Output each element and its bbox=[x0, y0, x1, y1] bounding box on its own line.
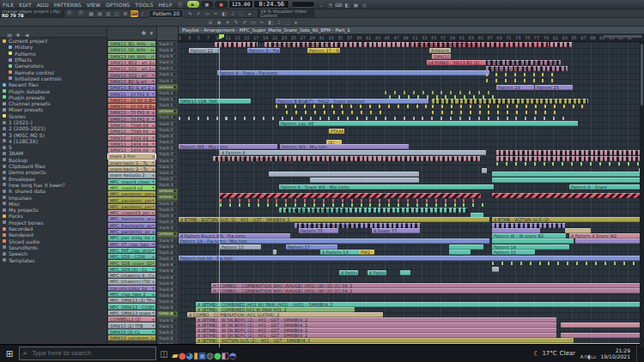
master-pitch-knob[interactable] bbox=[67, 10, 73, 16]
track-row[interactable]: Track 19 bbox=[157, 115, 178, 121]
pattern-chip[interactable]: MPC_SMW13 snare 4 ≡ bbox=[108, 311, 155, 316]
pattern-chip[interactable]: MPC_SD8 (4) - CL ≡ bbox=[108, 267, 155, 272]
clip[interactable] bbox=[486, 79, 559, 82]
track-row[interactable]: Track 8 bbox=[157, 47, 178, 53]
pattern-chip[interactable]: SMW13 - 2404 A4 ≡ bbox=[108, 148, 155, 153]
browser-item[interactable]: Sliced audio bbox=[3, 238, 106, 244]
clip[interactable] bbox=[400, 270, 410, 275]
track-arm-icon[interactable] bbox=[173, 257, 176, 260]
playlist-title[interactable]: Playlist - Arrangement - MPC_Super_Mario… bbox=[179, 27, 644, 34]
track-arm-icon[interactable] bbox=[173, 337, 176, 340]
menu-help[interactable]: HELP bbox=[156, 2, 175, 8]
pattern-chip[interactable]: SMW13_BD_WAV - art ≡ bbox=[108, 41, 155, 46]
clip[interactable] bbox=[561, 333, 644, 338]
zoom-icon[interactable]: ◌ bbox=[238, 10, 246, 17]
track-row[interactable]: Track 28 bbox=[157, 170, 178, 176]
browser-item[interactable]: My projects bbox=[3, 207, 106, 213]
track-arm-icon[interactable] bbox=[173, 220, 176, 223]
record-button[interactable]: ● bbox=[215, 1, 227, 8]
track-arm-icon[interactable] bbox=[173, 325, 176, 328]
track-arm-icon[interactable] bbox=[173, 208, 176, 211]
track-row[interactable]: Track 52 bbox=[157, 317, 178, 323]
clip[interactable] bbox=[550, 42, 573, 47]
track-row[interactable]: Track 43 bbox=[157, 262, 178, 268]
clip[interactable]: Pattern 9 - Pia-toms bbox=[247, 48, 280, 53]
clip[interactable]: 4 Pattern 13 bbox=[339, 270, 358, 275]
pattern-chip[interactable]: MPC_pandemic_per ≡ bbox=[108, 191, 155, 196]
paint-icon[interactable]: ◧ bbox=[222, 351, 229, 360]
track-arm-icon[interactable] bbox=[173, 135, 176, 137]
clip[interactable]: Pattern 24 bbox=[496, 85, 534, 90]
pattern-chip[interactable]: SMW13 - 70 FA1 4 ≡ bbox=[108, 110, 155, 115]
clip[interactable] bbox=[364, 42, 410, 47]
clip[interactable] bbox=[220, 203, 484, 207]
track-arm-icon[interactable] bbox=[173, 319, 176, 322]
browser-item[interactable]: Initialized controls bbox=[9, 75, 106, 81]
pattern-chip[interactable]: SMW13_SD2 - art ≡ bbox=[108, 72, 155, 77]
menu-patterns[interactable]: PATTERNS bbox=[52, 2, 84, 8]
track-arm-icon[interactable] bbox=[173, 129, 176, 131]
clip[interactable] bbox=[492, 172, 644, 177]
clip[interactable]: A (COMBO) - COMBINATION WAV (AHUGE) (A01… bbox=[211, 288, 644, 293]
clip[interactable] bbox=[492, 262, 644, 265]
track-row[interactable]: Track 33 bbox=[157, 201, 178, 207]
browser-item[interactable]: 3BAM bbox=[3, 150, 106, 156]
play-button[interactable]: ▶ bbox=[187, 1, 199, 8]
pattern-chip[interactable]: MPC_ST_clap_fake ≡ bbox=[108, 242, 155, 247]
clip[interactable]: Pattern 25 bbox=[535, 85, 573, 90]
pattern-selector[interactable]: Pattern 20 bbox=[149, 9, 184, 18]
playhead-line[interactable] bbox=[219, 42, 220, 347]
pattern-chip[interactable]: SMW13 - 10 FA1 4 ≡ bbox=[108, 91, 155, 96]
delete-icon[interactable]: ▭ bbox=[204, 10, 211, 17]
track-row[interactable]: Track 11 bbox=[157, 66, 178, 72]
clip[interactable]: SMW13 V2B_SN6 bbox=[179, 99, 251, 104]
pattern-chip[interactable]: mw-jete kikky_ba ≡ bbox=[108, 286, 155, 291]
track-arm-icon[interactable] bbox=[173, 288, 176, 291]
pattern-chip[interactable]: MPC (shakers) 4 - C ≡ bbox=[108, 273, 155, 278]
track-arm-icon[interactable] bbox=[173, 141, 176, 143]
pattern-chip[interactable]: SMW13_BD & art ≡ bbox=[108, 79, 155, 84]
clip[interactable] bbox=[269, 172, 419, 177]
track-arm-icon[interactable] bbox=[173, 312, 176, 315]
browser-collapse-icon[interactable]: ◀ bbox=[23, 31, 31, 38]
playback-tool-icon[interactable]: ▸ bbox=[293, 19, 301, 26]
wait-for-input-icon[interactable]: ◔ bbox=[326, 1, 334, 8]
track-row[interactable]: Track 42 bbox=[157, 256, 178, 262]
pattern-chip[interactable]: SMW13 - 704A 64 ≡ bbox=[108, 129, 155, 134]
track-row[interactable]: Track 24 bbox=[157, 146, 178, 152]
mixer-icon[interactable]: ◫ bbox=[113, 10, 121, 17]
clip[interactable]: 4 Snare 77 bbox=[372, 228, 420, 233]
clip[interactable] bbox=[220, 193, 481, 198]
mute-tool-icon[interactable]: ♪ bbox=[276, 19, 283, 26]
clip[interactable] bbox=[432, 105, 588, 108]
photos-icon[interactable]: ▣ bbox=[198, 351, 206, 360]
browser-item[interactable]: Recent files bbox=[3, 81, 106, 87]
track-row[interactable]: Track 46 bbox=[157, 281, 178, 287]
track-row[interactable]: Track 40 bbox=[157, 244, 178, 250]
clip[interactable] bbox=[273, 250, 276, 255]
track-arm-icon[interactable] bbox=[173, 331, 176, 334]
track-row[interactable]: Track 29 bbox=[157, 176, 178, 182]
browser-item[interactable]: Misc bbox=[3, 201, 106, 207]
pattern-chip[interactable]: MPC_snare9 v2 ≡ bbox=[108, 185, 155, 190]
track-row[interactable]: Track 21 bbox=[157, 127, 178, 133]
midi-settings-icon[interactable]: ♪ bbox=[139, 10, 147, 17]
track-row[interactable]: Track 55 bbox=[157, 336, 178, 342]
track-arm-icon[interactable] bbox=[173, 147, 176, 149]
track-arm-icon[interactable] bbox=[173, 123, 176, 125]
browser-item[interactable]: History bbox=[9, 44, 106, 50]
track-row[interactable]: Track 53 bbox=[157, 323, 178, 329]
show-desktop-button[interactable] bbox=[636, 345, 641, 362]
browser-item[interactable]: Plugin presets bbox=[3, 94, 106, 100]
track-row[interactable]: Track 17 bbox=[157, 103, 178, 109]
track-arm-icon[interactable] bbox=[173, 232, 176, 235]
browser-item[interactable]: 1 (2021-) bbox=[3, 119, 106, 125]
browser-item[interactable]: 2 (2005-2021) bbox=[3, 125, 106, 131]
track-arm-icon[interactable] bbox=[173, 166, 176, 168]
clip[interactable]: Pattern tom kit - Pia tom bbox=[179, 256, 644, 261]
pattern-chip[interactable]: MPC_SMW13 (2) TPB ≡ bbox=[108, 298, 155, 303]
menu-file[interactable]: FILE bbox=[0, 2, 16, 8]
vertical-scrollbar[interactable] bbox=[640, 42, 644, 347]
clip[interactable] bbox=[276, 105, 428, 108]
file-explorer-icon[interactable]: ▰ bbox=[172, 351, 179, 360]
